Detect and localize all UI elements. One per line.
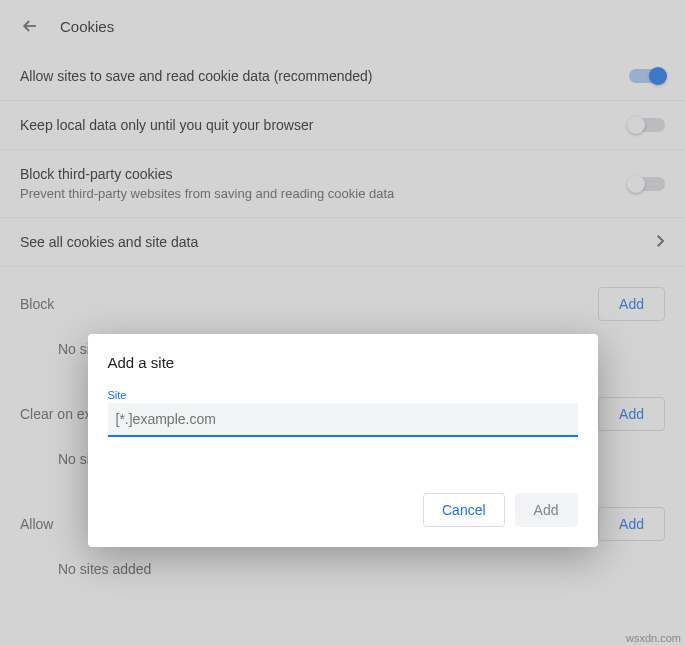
dialog-actions: Cancel Add bbox=[108, 493, 578, 527]
watermark-text: wsxdn.com bbox=[626, 632, 681, 644]
site-input[interactable] bbox=[108, 403, 578, 437]
modal-overlay[interactable]: Add a site Site Cancel Add bbox=[0, 0, 685, 646]
confirm-add-button[interactable]: Add bbox=[515, 493, 578, 527]
add-site-dialog: Add a site Site Cancel Add bbox=[88, 334, 598, 547]
dialog-title: Add a site bbox=[108, 354, 578, 371]
site-field-label: Site bbox=[108, 389, 578, 401]
cancel-button[interactable]: Cancel bbox=[423, 493, 505, 527]
